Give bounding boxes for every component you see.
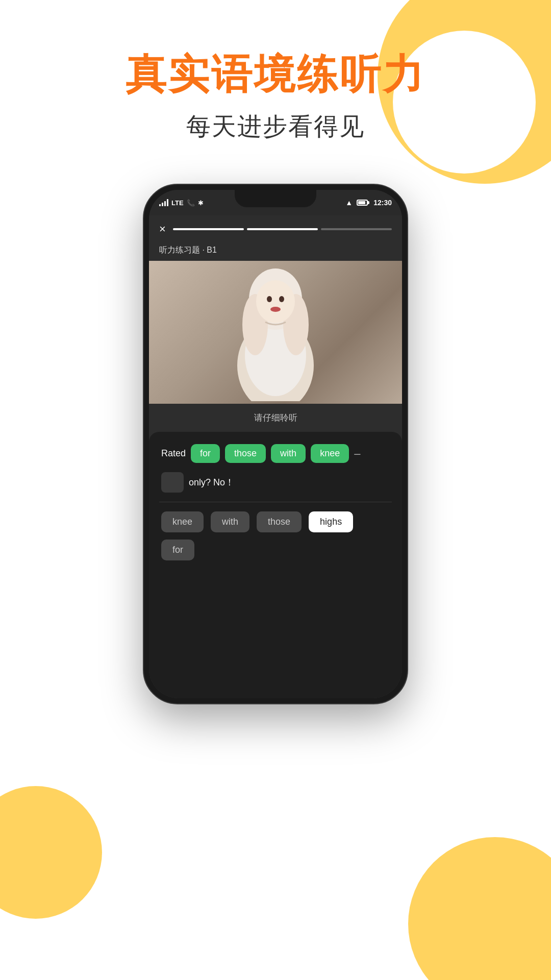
wifi-icon: ▲ bbox=[345, 199, 353, 207]
sub-title: 每天进步看得见 bbox=[0, 110, 551, 143]
answer-area: Rated for those with knee – only? No！ bbox=[149, 432, 402, 698]
progress-seg-1 bbox=[173, 228, 244, 230]
battery-icon bbox=[357, 200, 369, 206]
exercise-label: 听力练习题 · B1 bbox=[149, 243, 402, 261]
close-button[interactable]: × bbox=[159, 223, 166, 236]
time-display: 12:30 bbox=[373, 199, 392, 207]
option-those[interactable]: those bbox=[257, 511, 302, 532]
sentence-suffix: only? No！ bbox=[189, 476, 234, 488]
selected-word-with[interactable]: with bbox=[271, 444, 306, 463]
bluetooth-icon: ✱ bbox=[198, 199, 204, 207]
svg-point-8 bbox=[270, 307, 281, 312]
video-character bbox=[149, 261, 402, 404]
options-row: knee with those highs for bbox=[159, 511, 392, 560]
option-with[interactable]: with bbox=[211, 511, 249, 532]
call-icon: 📞 bbox=[187, 199, 195, 207]
sentence-row-2: only? No！ bbox=[159, 472, 392, 493]
dash-symbol: – bbox=[354, 447, 360, 460]
progress-seg-3 bbox=[321, 228, 392, 230]
signal-icon bbox=[159, 199, 168, 206]
lte-label: LTE bbox=[171, 199, 184, 207]
main-title: 真实语境练听力 bbox=[0, 51, 551, 98]
video-area[interactable] bbox=[149, 261, 402, 404]
selected-word-for[interactable]: for bbox=[191, 444, 220, 463]
progress-bar bbox=[173, 228, 392, 230]
sentence-prefix: Rated bbox=[161, 448, 186, 459]
blank-slot[interactable] bbox=[161, 472, 184, 493]
progress-seg-2 bbox=[247, 228, 318, 230]
svg-point-6 bbox=[267, 296, 272, 302]
status-right: ▲ 12:30 bbox=[345, 199, 392, 207]
screen-content: × 听力练习题 · B1 bbox=[149, 215, 402, 698]
decorative-circle-bottom-left bbox=[0, 786, 102, 919]
svg-point-7 bbox=[279, 296, 284, 302]
top-bar: × bbox=[149, 215, 402, 243]
phone-mockup: LTE 📞 ✱ ▲ 12:30 bbox=[143, 184, 408, 704]
phone-outer: LTE 📞 ✱ ▲ 12:30 bbox=[143, 184, 408, 704]
selected-word-knee[interactable]: knee bbox=[311, 444, 349, 463]
selected-word-those[interactable]: those bbox=[225, 444, 266, 463]
option-for[interactable]: for bbox=[161, 540, 194, 560]
option-highs[interactable]: highs bbox=[309, 511, 353, 532]
phone-notch bbox=[235, 190, 316, 207]
options-divider bbox=[159, 502, 392, 502]
phone-inner: LTE 📞 ✱ ▲ 12:30 bbox=[149, 190, 402, 698]
svg-point-5 bbox=[256, 280, 295, 323]
option-knee[interactable]: knee bbox=[161, 511, 204, 532]
sentence-row: Rated for those with knee – bbox=[159, 444, 392, 463]
decorative-circle-bottom-right bbox=[408, 837, 551, 980]
character-svg bbox=[224, 263, 327, 401]
header-area: 真实语境练听力 每天进步看得见 bbox=[0, 51, 551, 143]
status-left: LTE 📞 ✱ bbox=[159, 199, 204, 207]
listen-instruction: 请仔细聆听 bbox=[149, 404, 402, 432]
